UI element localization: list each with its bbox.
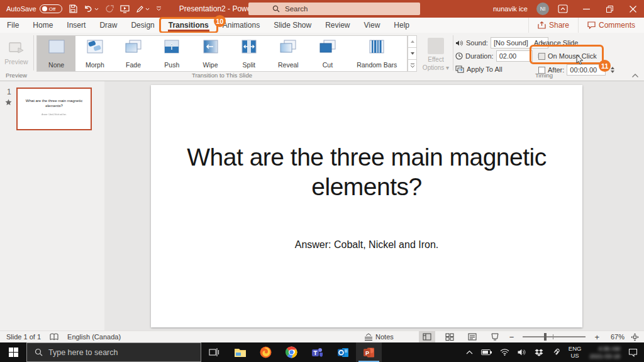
- undo-button[interactable]: [84, 5, 99, 13]
- slide-answer[interactable]: Answer: Cobalt, Nickel and Iron.: [184, 239, 549, 251]
- wifi-icon[interactable]: [500, 349, 509, 356]
- share-button[interactable]: Share: [528, 18, 578, 33]
- transition-label: Cut: [323, 61, 333, 69]
- fit-slide-icon[interactable]: [631, 333, 639, 341]
- tab-slide-show[interactable]: Slide Show: [267, 18, 318, 32]
- transition-star-icon[interactable]: [5, 99, 12, 106]
- search-box[interactable]: [248, 3, 420, 15]
- language-status[interactable]: English (Canada): [67, 333, 121, 341]
- transition-reveal[interactable]: Reveal: [268, 36, 308, 71]
- autosave-pill[interactable]: Off: [40, 4, 62, 13]
- customize-qat-icon: [156, 6, 162, 11]
- collapse-ribbon-icon[interactable]: [631, 73, 639, 78]
- taskbar-search-icon: [35, 348, 43, 356]
- link-icon[interactable]: [552, 348, 560, 356]
- transition-push[interactable]: Push: [153, 36, 191, 71]
- tab-help[interactable]: Help: [387, 18, 416, 32]
- notes-label: Notes: [375, 333, 394, 341]
- tab-transitions[interactable]: Transitions 10: [162, 18, 216, 32]
- slide-canvas[interactable]: What are the three main magnetic element…: [151, 85, 582, 327]
- undo-dropdown-icon: [94, 8, 99, 11]
- user-name[interactable]: nunavik ice: [493, 5, 528, 13]
- transition-reveal-icon: [279, 39, 297, 54]
- tab-view[interactable]: View: [357, 18, 387, 32]
- reading-view-button[interactable]: [464, 331, 480, 343]
- taskbar-search-input[interactable]: [48, 348, 174, 357]
- language-indicator[interactable]: ENG US: [569, 346, 582, 359]
- windows-logo-icon: [9, 348, 18, 357]
- autosave-label: AutoSave: [6, 5, 36, 13]
- close-icon[interactable]: [630, 6, 636, 13]
- transition-fade[interactable]: Fade: [114, 36, 152, 71]
- transition-wipe[interactable]: Wipe: [191, 36, 230, 71]
- chrome-button[interactable]: [279, 342, 304, 362]
- effect-options-button: EffectOptions ▾: [420, 35, 452, 72]
- tab-file[interactable]: File: [0, 18, 26, 32]
- duration-input[interactable]: 02.00: [496, 50, 533, 62]
- slide-title[interactable]: What are the three main magnetic element…: [184, 143, 549, 202]
- mouse-cursor: [576, 55, 584, 65]
- powerpoint-button[interactable]: P: [356, 342, 382, 362]
- zoom-out-button[interactable]: −: [509, 332, 514, 342]
- start-button[interactable]: [0, 342, 26, 362]
- gallery-more-button[interactable]: [408, 60, 417, 72]
- tab-home[interactable]: Home: [26, 18, 60, 32]
- thumbnail-title: What are the three main magnetic element…: [18, 99, 91, 109]
- comments-label: Comments: [599, 21, 635, 30]
- sound-icon: [455, 40, 464, 47]
- transition-wipe-icon: [201, 39, 220, 54]
- transition-label: Wipe: [203, 61, 218, 69]
- zoom-slider[interactable]: [523, 336, 586, 337]
- slide-1-thumbnail[interactable]: What are the three main magnetic element…: [16, 88, 92, 130]
- file-explorer-button[interactable]: [227, 342, 253, 362]
- notes-button[interactable]: Notes: [364, 333, 394, 341]
- minimize-icon[interactable]: [583, 6, 590, 13]
- draw-pen-button[interactable]: [136, 5, 150, 13]
- zoom-level[interactable]: 67%: [606, 333, 625, 341]
- slide-show-button[interactable]: [487, 331, 503, 343]
- avatar[interactable]: NI: [536, 3, 549, 15]
- slide-counter: Slide 1 of 1: [6, 333, 41, 341]
- transition-split-icon: [240, 39, 258, 54]
- firefox-button[interactable]: [253, 342, 279, 362]
- customize-qat-button[interactable]: [156, 6, 162, 11]
- tab-design[interactable]: Design: [124, 18, 161, 32]
- on-mouse-click-checkbox[interactable]: On Mouse Click: [538, 50, 597, 62]
- transition-none[interactable]: None: [37, 36, 75, 71]
- tray-expand-icon[interactable]: [466, 350, 473, 354]
- transition-cut[interactable]: Cut: [308, 36, 347, 71]
- teams-button[interactable]: [304, 342, 330, 362]
- restore-icon[interactable]: [606, 6, 613, 13]
- zoom-slider-thumb[interactable]: [544, 333, 547, 341]
- task-view-button[interactable]: [201, 342, 227, 362]
- zoom-in-button[interactable]: +: [594, 332, 599, 342]
- start-from-beginning-button[interactable]: [120, 5, 130, 13]
- tab-review[interactable]: Review: [318, 18, 357, 32]
- tab-draw[interactable]: Draw: [92, 18, 124, 32]
- autosave-toggle[interactable]: AutoSave Off: [6, 4, 62, 13]
- save-button[interactable]: [69, 4, 77, 13]
- volume-icon[interactable]: [518, 349, 526, 356]
- gallery-scroll-up-button[interactable]: [408, 35, 417, 48]
- gallery-scroll-down-button[interactable]: [408, 48, 417, 60]
- transition-random-bars[interactable]: Random Bars: [347, 36, 407, 71]
- normal-view-button[interactable]: [419, 331, 435, 343]
- taskbar-search-box[interactable]: [26, 342, 201, 362]
- on-mouse-click-box[interactable]: [538, 53, 545, 60]
- ribbon-display-options-icon[interactable]: [558, 4, 568, 13]
- tab-insert[interactable]: Insert: [60, 18, 92, 32]
- spell-check-icon[interactable]: [50, 333, 58, 341]
- timing-group-label: Timing: [455, 72, 633, 79]
- slide-sorter-view-button[interactable]: [441, 331, 458, 343]
- search-input[interactable]: [285, 5, 398, 13]
- action-center-icon[interactable]: [628, 348, 638, 357]
- comments-button[interactable]: Comments: [578, 18, 644, 33]
- tab-actions: Share Comments: [528, 18, 644, 33]
- dropbox-icon[interactable]: [535, 349, 543, 356]
- status-bar-left: Slide 1 of 1 English (Canada): [0, 333, 121, 341]
- transition-morph[interactable]: Morph: [75, 36, 114, 71]
- battery-icon[interactable]: [481, 349, 492, 356]
- clock[interactable]: 4:36 AM 2021-03-18: [589, 345, 620, 359]
- transition-split[interactable]: Split: [230, 36, 268, 71]
- outlook-button[interactable]: [330, 342, 356, 362]
